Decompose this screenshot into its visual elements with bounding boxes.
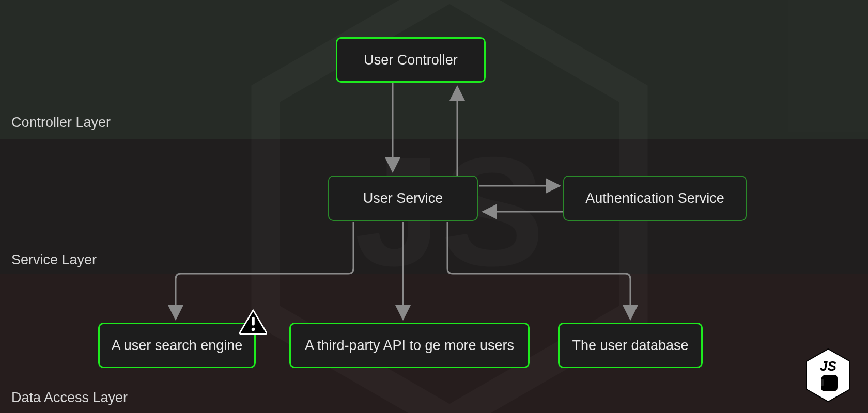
layer-label-controller: Controller Layer <box>11 115 111 131</box>
node-user-service: User Service <box>328 176 478 221</box>
svg-point-3 <box>252 328 255 331</box>
node-label: A user search engine <box>112 338 243 354</box>
node-label: User Controller <box>364 52 458 68</box>
svg-rect-7 <box>821 379 824 386</box>
node-label: The user database <box>572 338 688 354</box>
svg-rect-2 <box>252 317 255 326</box>
node-third-party-api: A third-party API to ge more users <box>289 323 530 368</box>
node-auth-service: Authentication Service <box>563 176 747 221</box>
node-label: Authentication Service <box>585 190 724 206</box>
layer-label-data: Data Access Layer <box>11 390 128 406</box>
node-user-database: The user database <box>558 323 703 368</box>
node-search-engine: A user search engine <box>98 323 256 368</box>
node-user-controller: User Controller <box>336 37 486 83</box>
node-label: User Service <box>363 190 443 206</box>
diagram-stage: JS Controller Layer Service Layer Data A… <box>0 0 868 413</box>
svg-text:JS: JS <box>820 358 836 374</box>
warning-icon <box>239 308 268 335</box>
layer-label-service: Service Layer <box>11 252 97 268</box>
node-label: A third-party API to ge more users <box>305 338 514 354</box>
nodejs-logo-icon: JS <box>800 347 857 404</box>
